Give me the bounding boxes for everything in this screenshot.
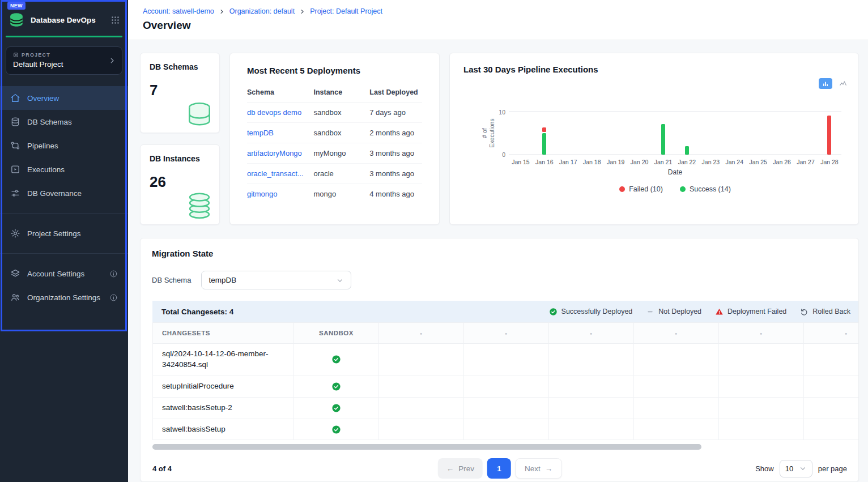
failed-bar (542, 127, 546, 132)
empty-cell (719, 397, 804, 419)
empty-cell (719, 419, 804, 440)
x-tick-label: Jan 23 (699, 159, 722, 165)
x-tick-label: Jan 20 (628, 159, 652, 165)
x-tick-label: Jan 22 (675, 159, 699, 165)
chart-column (604, 111, 628, 155)
db-schema-select[interactable]: tempDB (201, 271, 351, 289)
db-schema-label: DB Schema (152, 276, 191, 284)
failed-bar (827, 116, 831, 155)
info-icon[interactable] (109, 270, 118, 278)
database-icon (183, 100, 216, 130)
schema-link[interactable]: gitmongo (247, 184, 313, 204)
chart-column (818, 111, 841, 155)
deployed-status-icon (294, 376, 379, 397)
home-icon (10, 93, 20, 103)
dash-icon (646, 308, 654, 316)
x-tick-label: Jan 21 (652, 159, 675, 165)
empty-cell (804, 344, 860, 376)
prev-page-button[interactable]: ←Prev (438, 458, 483, 479)
chart-column (699, 111, 722, 155)
chevron-right-icon (299, 8, 305, 15)
chart-column (652, 111, 675, 155)
sidebar-item-overview[interactable]: Overview (0, 86, 128, 110)
success-bar (542, 133, 546, 155)
empty-cell (804, 419, 860, 440)
page-1-button[interactable]: 1 (487, 458, 511, 479)
db-schema-value: tempDB (209, 276, 236, 284)
sidebar-item-pipelines[interactable]: Pipelines (0, 134, 128, 157)
sidebar-item-account-settings[interactable]: Account Settings (0, 262, 128, 285)
sidebar-nav-main: OverviewDB SchemasPipelinesExecutionsDB … (0, 86, 128, 205)
breadcrumb-link[interactable]: Account: satwell-demo (143, 7, 214, 15)
status-legend-label: Successfully Deployed (561, 308, 633, 315)
project-selector[interactable]: PROJECT Default Project (6, 46, 122, 75)
brand-underline (6, 36, 122, 37)
changeset-row: satwell:basisSetup-2 (153, 397, 860, 419)
success-bar (661, 124, 665, 155)
card-title: Most Recent 5 Deployments (247, 66, 422, 75)
chart-column (722, 111, 746, 155)
deployed-status-icon (294, 419, 379, 440)
migration-state-card: Migration State DB Schema tempDB Total C… (140, 238, 859, 482)
sidebar-item-label: Project Settings (27, 229, 81, 238)
page-size-select[interactable]: 10 (780, 460, 812, 477)
sidebar-item-project-settings[interactable]: Project Settings (0, 221, 128, 245)
horizontal-scrollbar[interactable] (152, 444, 859, 450)
sidebar: NEW Database DevOps PROJECT Default Proj… (0, 0, 128, 482)
sidebar-divider (0, 253, 128, 254)
legend-label: Success (14) (690, 185, 731, 193)
sidebar-item-label: DB Schemas (27, 118, 72, 126)
status-legend-label: Not Deployed (658, 308, 701, 315)
sidebar-header: NEW Database DevOps (0, 0, 128, 28)
new-badge: NEW (7, 2, 25, 10)
instance-cell: oracle (313, 164, 369, 184)
deployments-table: SchemaInstanceLast Deployed db devops de… (247, 82, 422, 204)
sidebar-item-db-governance[interactable]: DB Governance (0, 181, 128, 205)
sidebar-item-label: Executions (27, 165, 65, 174)
schema-link[interactable]: db devops demo (247, 103, 313, 123)
empty-cell (719, 376, 804, 397)
chart-column (675, 111, 699, 155)
sidebar-item-executions[interactable]: Executions (0, 157, 128, 181)
db-schemas-card: DB Schemas 7 (140, 53, 220, 133)
breadcrumb-link[interactable]: Project: Default Project (310, 7, 382, 15)
info-icon[interactable] (109, 293, 118, 302)
schema-link[interactable]: oracle_transact... (247, 164, 313, 184)
database-icon (10, 117, 20, 127)
column-header: - (634, 323, 719, 344)
chart-legend: Failed (10)Success (14) (509, 185, 841, 193)
table-row: tempDBsandbox2 months ago (247, 123, 422, 143)
x-tick-label: Jan 24 (722, 159, 746, 165)
empty-cell (804, 376, 860, 397)
line-chart-toggle-icon[interactable] (837, 79, 849, 89)
status-legend-item: Not Deployed (646, 308, 701, 316)
db-schema-selector-row: DB Schema tempDB (141, 271, 858, 289)
last-deployed-cell: 7 days ago (369, 103, 422, 123)
plot-area (509, 111, 841, 155)
bar-chart: # of Executions 100 Jan 15Jan 16Jan 17Ja… (480, 111, 841, 193)
check-icon (549, 308, 558, 316)
schema-link[interactable]: tempDB (247, 123, 313, 143)
x-tick-label: Jan 28 (818, 159, 841, 165)
chart-column (509, 111, 533, 155)
sidebar-item-organization-settings[interactable]: Organization Settings (0, 285, 128, 309)
next-page-button[interactable]: Next→ (516, 458, 561, 479)
bar-chart-toggle-icon[interactable] (819, 78, 832, 89)
breadcrumb-link[interactable]: Organization: default (229, 7, 295, 15)
status-legend-label: Deployment Failed (727, 308, 786, 315)
recent-deployments-card: Most Recent 5 Deployments SchemaInstance… (229, 53, 440, 225)
scrollbar-thumb[interactable] (152, 444, 701, 450)
schema-link[interactable]: artifactoryMongo (247, 143, 313, 164)
deployed-status-icon (294, 344, 379, 376)
empty-cell (719, 344, 804, 376)
empty-cell (379, 344, 464, 376)
pipeline-icon (10, 140, 20, 151)
sidebar-item-db-schemas[interactable]: DB Schemas (0, 110, 128, 134)
apps-grid-icon[interactable] (110, 15, 120, 25)
y-axis-ticks: 100 (496, 111, 509, 155)
x-axis-ticks: Jan 15Jan 16Jan 17Jan 18Jan 19Jan 20Jan … (509, 155, 841, 165)
empty-cell (549, 397, 634, 419)
column-header: - (804, 323, 860, 344)
legend-item: Failed (10) (619, 185, 663, 193)
empty-cell (634, 344, 719, 376)
